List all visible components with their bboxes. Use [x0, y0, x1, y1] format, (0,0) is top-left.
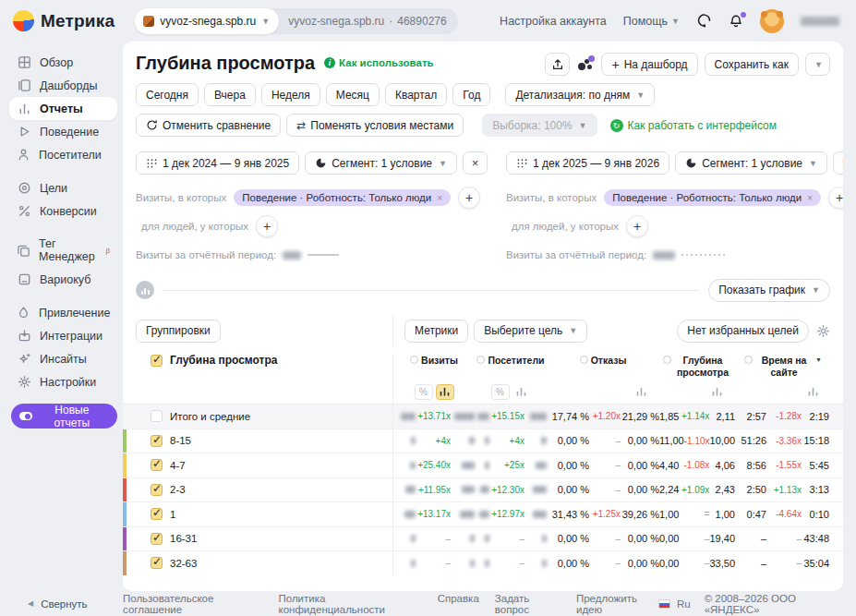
column-header-1[interactable]: Посетители — [476, 354, 544, 367]
language-selector[interactable]: Ru — [677, 598, 691, 610]
counter-selector[interactable]: vyvoz-snega.spb.ru ▼ — [135, 8, 279, 34]
row-checkbox[interactable] — [151, 410, 163, 422]
choose-goal-button[interactable]: Выберите цель▼ — [474, 320, 587, 343]
remove-compare-b-button[interactable]: × — [833, 151, 843, 175]
footer-link-3[interactable]: Задать вопрос — [495, 593, 561, 615]
no-goals-button[interactable]: Нет избранных целей — [677, 320, 809, 343]
save-as-button[interactable]: Сохранить как — [705, 53, 799, 76]
paw-news-button[interactable] — [576, 56, 595, 73]
save-as-menu-button[interactable]: ▼ — [805, 53, 830, 76]
period-button-1[interactable]: Вчера — [204, 83, 256, 106]
segment-b-button[interactable]: Сегмент: 1 условие▼ — [675, 151, 827, 175]
footer-link-4[interactable]: Предложить идею — [576, 593, 658, 615]
avatar[interactable] — [760, 9, 784, 33]
swap-conditions-button[interactable]: ⇄Поменять условия местами — [286, 114, 464, 137]
period-button-2[interactable]: Неделя — [261, 83, 320, 106]
gear-icon[interactable] — [816, 324, 830, 338]
segment-condition-chip[interactable]: Поведение · Роботность: Только люди× — [234, 189, 451, 206]
new-reports-button[interactable]: Новые отчеты — [11, 404, 117, 429]
row-checkbox[interactable] — [151, 435, 163, 447]
segment-a-button[interactable]: Сегмент: 1 условие▼ — [305, 151, 457, 175]
column-header-0[interactable]: Визиты — [410, 354, 458, 367]
close-icon[interactable]: × — [807, 193, 813, 203]
row-checkbox[interactable] — [151, 484, 163, 496]
sidebar-item-dashboards[interactable]: Дашборды — [9, 74, 117, 97]
redacted-value — [530, 413, 547, 420]
period-button-0[interactable]: Сегодня — [136, 83, 199, 106]
table-row[interactable]: 4-7+25.40x+25x0,00 %–0,00 %4,40-1.08x4,0… — [123, 453, 843, 477]
metrika-logo[interactable]: Метрика — [13, 10, 115, 31]
add-to-dashboard-button[interactable]: +На дашборд — [601, 53, 697, 76]
trend-line-dotted — [681, 254, 728, 256]
date-range-a-button[interactable]: 1 дек 2024 — 9 янв 2025 — [136, 151, 299, 175]
table-row[interactable]: 1+13.17x+12.97x31,43 %+1.25x39,26 %1,00=… — [123, 501, 843, 526]
detail-level-button[interactable]: Детализация: по дням▼ — [505, 83, 655, 106]
add-condition-button[interactable]: + — [828, 187, 843, 209]
metric-cell: ––43:48 — [735, 533, 831, 544]
chat-icon[interactable] — [696, 13, 712, 29]
table-row[interactable]: 2-3+11.95x+12.30x0,00 %–0,00 %2,24+1.09x… — [123, 477, 843, 502]
remove-compare-a-button[interactable]: × — [463, 151, 488, 175]
add-people-condition-button[interactable]: + — [256, 215, 278, 237]
period-button-4[interactable]: Квартал — [385, 83, 447, 106]
table-row[interactable]: 32-63––0,00 %–0,00 %0,00–33,50––35:04 — [123, 550, 843, 575]
sidebar-item-behavior[interactable]: Поведение — [9, 120, 117, 143]
column-header-4[interactable]: Время на сайте▼ — [744, 354, 822, 378]
sidebar-item-variocube[interactable]: Вариокуб — [9, 268, 117, 291]
period-button-5[interactable]: Год — [452, 83, 490, 106]
collapse-sidebar-button[interactable]: ◀Свернуть — [28, 598, 88, 610]
bars-view-toggle[interactable] — [803, 384, 822, 400]
sidebar-item-visitors[interactable]: Посетители — [9, 143, 117, 166]
sidebar-item-insights[interactable]: Инсайты — [9, 347, 117, 370]
interface-help-link[interactable]: ↻Как работать с интерфейсом — [610, 119, 777, 132]
help-menu[interactable]: Помощь▼ — [623, 15, 680, 28]
sidebar-item-integrations[interactable]: Интеграции — [9, 324, 117, 347]
metrics-button[interactable]: Метрики — [404, 320, 468, 343]
column-header-3[interactable]: Глубина просмотра — [663, 354, 731, 378]
segment-condition-chip[interactable]: Поведение · Роботность: Только люди× — [604, 189, 821, 206]
bars-view-toggle[interactable] — [632, 384, 650, 400]
cancel-compare-button[interactable]: Отменить сравнение — [136, 114, 281, 137]
export-button[interactable] — [545, 53, 570, 76]
column-header-2[interactable]: Отказы — [580, 354, 627, 367]
select-all-checkbox[interactable] — [151, 355, 163, 367]
how-to-use-link[interactable]: iКак использовать — [324, 57, 434, 68]
footer-link-2[interactable]: Справка — [438, 593, 479, 615]
show-chart-button[interactable]: Показать график▼ — [708, 279, 830, 302]
row-checkbox[interactable] — [151, 508, 163, 520]
bars-view-toggle[interactable] — [707, 384, 726, 400]
sidebar-item-goals[interactable]: Цели — [9, 176, 117, 199]
add-people-condition-button[interactable]: + — [626, 215, 648, 237]
sidebar-item-attraction[interactable]: Привлечение — [9, 301, 117, 324]
table-row[interactable]: Итого и средние+13.71x+15.15x17,74 %+1.2… — [123, 404, 843, 429]
sidebar-item-label: Отчеты — [40, 103, 83, 115]
groupings-button[interactable]: Группировки — [136, 320, 221, 343]
redacted-value — [485, 462, 489, 469]
table-row[interactable]: 8-15+4x+4x0,00 %–0,00 %11,00-1.10x10,005… — [123, 429, 843, 453]
close-icon[interactable]: × — [437, 193, 442, 203]
add-condition-button[interactable]: + — [458, 187, 480, 209]
sidebar-item-reports[interactable]: Отчеты — [9, 97, 117, 120]
footer-link-1[interactable]: Политика конфиденциальности — [279, 593, 422, 615]
sidebar-item-conversions[interactable]: Конверсии — [9, 199, 117, 223]
sidebar-item-settings[interactable]: Настройки — [9, 370, 117, 393]
footer-link-0[interactable]: Пользовательское соглашение — [123, 593, 263, 615]
bars-view-toggle[interactable] — [436, 384, 454, 400]
metric-cell: 2,24+1.09x2,43 — [659, 484, 735, 495]
date-range-b-button[interactable]: 1 дек 2025 — 9 янв 2026 — [506, 151, 669, 175]
notifications-button[interactable] — [729, 14, 743, 29]
table-row[interactable]: 16-31––0,00 %–0,00 %0,00–19,40––43:48 — [123, 526, 843, 551]
account-settings-link[interactable]: Настройка аккаунта — [500, 15, 607, 28]
row-checkbox[interactable] — [151, 533, 163, 545]
sidebar-item-tag-manager[interactable]: Тег Менеджерβ — [9, 233, 117, 268]
percent-view-toggle[interactable]: % — [491, 384, 510, 400]
percent-view-toggle[interactable]: % — [415, 384, 433, 400]
period-button-3[interactable]: Месяц — [326, 83, 380, 106]
row-checkbox[interactable] — [151, 557, 163, 569]
bars-view-toggle[interactable] — [512, 384, 531, 400]
sidebar-item-overview[interactable]: Обзор — [9, 51, 117, 74]
chart-toggle-icon[interactable] — [136, 281, 154, 299]
row-checkbox[interactable] — [151, 459, 163, 471]
sampling-button[interactable]: Выборка: 100%▼ — [482, 114, 597, 137]
metric-cell: +13.17x — [393, 509, 475, 520]
